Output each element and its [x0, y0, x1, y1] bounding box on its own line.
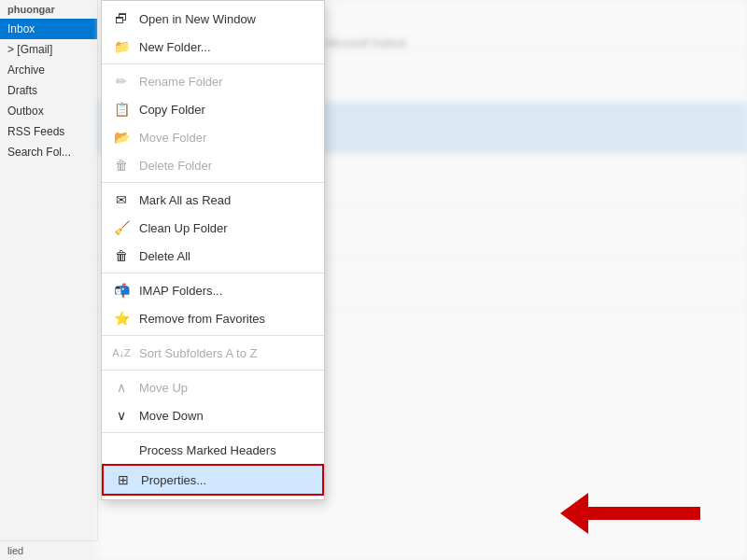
menu-item-imap-folders[interactable]: 📬 IMAP Folders...: [102, 276, 324, 304]
mark-read-icon: ✉: [113, 191, 130, 208]
menu-item-label: Sort Subfolders A to Z: [139, 346, 313, 360]
menu-item-remove-favorites[interactable]: ⭐ Remove from Favorites: [102, 304, 324, 332]
sort-icon: A↓Z: [113, 344, 130, 361]
menu-item-label: Process Marked Headers: [139, 443, 313, 457]
menu-item-copy-folder[interactable]: 📋 Copy Folder: [102, 95, 324, 123]
menu-item-move-folder: 📂 Move Folder: [102, 123, 324, 151]
process-icon: [113, 441, 130, 458]
menu-item-label: Open in New Window: [139, 12, 313, 26]
arrow-shaft: [588, 507, 700, 520]
menu-item-process-headers[interactable]: Process Marked Headers: [102, 436, 324, 464]
move-up-icon: ∧: [113, 379, 130, 396]
move-folder-icon: 📂: [113, 129, 130, 146]
menu-item-delete-all[interactable]: 🗑 Delete All: [102, 242, 324, 270]
menu-item-rename-folder: ✏ Rename Folder: [102, 67, 324, 95]
copy-icon: 📋: [113, 101, 130, 118]
open-window-icon: 🗗: [113, 10, 130, 27]
delete-all-icon: 🗑: [113, 247, 130, 264]
rename-icon: ✏: [113, 73, 130, 90]
imap-icon: 📬: [113, 282, 130, 299]
menu-item-label: Move Down: [139, 409, 313, 423]
separator: [102, 432, 324, 433]
move-down-icon: ∨: [113, 407, 130, 424]
menu-item-label: Move Folder: [139, 131, 313, 145]
menu-item-new-folder[interactable]: 📁 New Folder...: [102, 33, 324, 61]
properties-icon: ⊞: [115, 471, 132, 488]
menu-item-label: Properties...: [141, 473, 311, 487]
context-menu: 🗗 Open in New Window 📁 New Folder... ✏ R…: [101, 0, 325, 500]
menu-item-label: Rename Folder: [139, 75, 313, 89]
menu-item-mark-all-read[interactable]: ✉ Mark All as Read: [102, 186, 324, 214]
arrow-head: [560, 493, 588, 534]
separator: [102, 273, 324, 273]
menu-item-label: Delete All: [139, 249, 313, 263]
cleanup-icon: 🧹: [113, 219, 130, 236]
menu-item-move-down[interactable]: ∨ Move Down: [102, 401, 324, 429]
menu-item-label: New Folder...: [139, 40, 313, 54]
menu-item-move-up: ∧ Move Up: [102, 373, 324, 401]
separator: [102, 63, 324, 64]
delete-folder-icon: 🗑: [113, 157, 130, 174]
menu-item-label: IMAP Folders...: [139, 284, 313, 298]
menu-item-label: Delete Folder: [139, 159, 313, 173]
menu-item-label: Mark All as Read: [139, 193, 313, 207]
highlight-arrow: [560, 493, 700, 534]
menu-item-properties[interactable]: ⊞ Properties...: [102, 464, 324, 496]
menu-item-label: Clean Up Folder: [139, 221, 313, 235]
menu-item-sort-subfolders: A↓Z Sort Subfolders A to Z: [102, 339, 324, 367]
favorites-icon: ⭐: [113, 310, 130, 327]
separator: [102, 335, 324, 336]
context-menu-overlay: 🗗 Open in New Window 📁 New Folder... ✏ R…: [0, 0, 747, 560]
new-folder-icon: 📁: [113, 38, 130, 55]
menu-item-label: Remove from Favorites: [139, 312, 313, 326]
separator: [102, 182, 324, 183]
menu-item-delete-folder: 🗑 Delete Folder: [102, 151, 324, 179]
menu-item-label: Move Up: [139, 381, 313, 395]
menu-item-clean-up[interactable]: 🧹 Clean Up Folder: [102, 214, 324, 242]
separator: [102, 370, 324, 371]
menu-item-label: Copy Folder: [139, 103, 313, 117]
menu-item-open-new-window[interactable]: 🗗 Open in New Window: [102, 5, 324, 33]
